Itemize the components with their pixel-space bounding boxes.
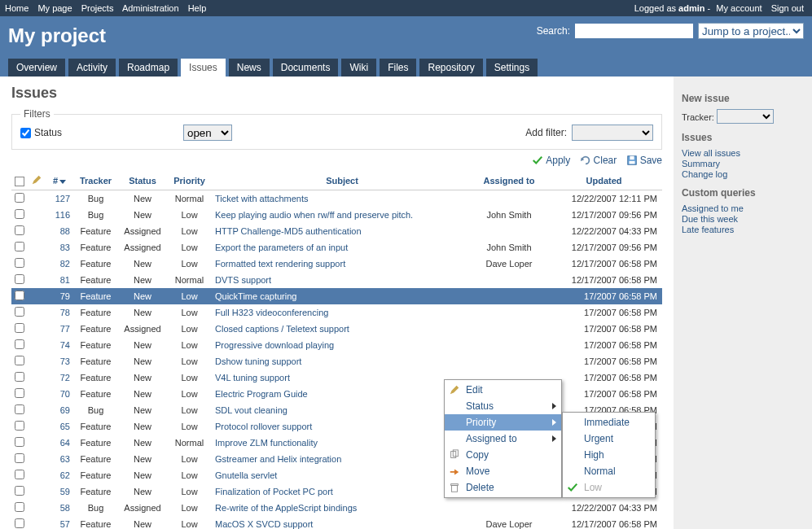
row-checkbox[interactable] (15, 404, 24, 414)
nav-help[interactable]: Help (188, 3, 207, 13)
cell-subject[interactable]: DVTS support (212, 272, 472, 288)
cell-id[interactable]: 82 (46, 256, 73, 272)
col-tracker[interactable]: Tracker (73, 172, 118, 190)
link-summary[interactable]: Summary (682, 159, 804, 168)
table-row[interactable]: 77FeatureAssignedLowClosed captions / Te… (11, 321, 662, 337)
tab-files[interactable]: Files (380, 59, 416, 77)
cell-subject[interactable]: Closed captions / Teletext support (212, 321, 472, 337)
sign-out-link[interactable]: Sign out (771, 3, 804, 13)
tab-activity[interactable]: Activity (68, 59, 116, 77)
cell-id[interactable]: 79 (46, 288, 73, 304)
context-submenu-priority[interactable]: Immediate Urgent High Normal Low (562, 412, 656, 498)
save-button[interactable]: Save (626, 155, 662, 166)
tab-wiki[interactable]: Wiki (341, 59, 376, 77)
priority-high[interactable]: High (563, 447, 655, 463)
tab-repository[interactable]: Repository (419, 59, 482, 77)
table-row[interactable]: 79FeatureNewLowQuickTime capturing17/200… (11, 288, 662, 304)
context-menu[interactable]: Edit Status Priority Assigned to Copy Mo… (444, 379, 562, 498)
table-row[interactable]: 74FeatureNewLowProgressive download play… (11, 337, 662, 353)
table-row[interactable]: 116BugNewLowKeep playing audio when rw/f… (11, 207, 662, 223)
row-checkbox[interactable] (15, 242, 24, 251)
link-late-features[interactable]: Late features (682, 225, 804, 234)
ctx-status[interactable]: Status (445, 398, 561, 414)
cell-subject[interactable]: SDL vout cleaning (212, 402, 472, 418)
cell-id[interactable]: 73 (46, 353, 73, 369)
row-checkbox[interactable] (15, 453, 24, 463)
cell-id[interactable]: 62 (46, 467, 73, 483)
add-filter-select[interactable] (572, 125, 653, 141)
priority-low[interactable]: Low (563, 479, 655, 496)
cell-subject[interactable]: Protocol rollover support (212, 418, 472, 435)
col-priority[interactable]: Priority (167, 172, 212, 190)
cell-subject[interactable]: Gstreamer and Helix integration (212, 451, 472, 467)
tab-roadmap[interactable]: Roadmap (119, 59, 178, 77)
cell-id[interactable]: 70 (46, 386, 73, 402)
table-row[interactable]: 57FeatureNewLowMacOS X SVCD supportDave … (11, 516, 662, 529)
row-checkbox[interactable] (15, 518, 24, 528)
row-checkbox[interactable] (15, 274, 24, 284)
link-assigned-to-me[interactable]: Assigned to me (682, 203, 804, 213)
table-row[interactable]: 127BugNewNormalTicket with attachments12… (11, 190, 662, 208)
tracker-select[interactable] (717, 109, 774, 124)
table-row[interactable]: 83FeatureAssignedLowExport the parameter… (11, 239, 662, 256)
table-row[interactable]: 78FeatureNewLowFull H323 videoconferenci… (11, 304, 662, 321)
row-checkbox[interactable] (15, 225, 24, 235)
cell-subject[interactable]: HTTP Challenge-MD5 authentication (212, 223, 472, 239)
nav-mypage[interactable]: My page (37, 3, 72, 13)
row-checkbox[interactable] (15, 372, 24, 382)
table-row[interactable]: 73FeatureNewLowDshow tuning support17/20… (11, 353, 662, 369)
table-row[interactable]: 81FeatureNewNormalDVTS support12/17/2007… (11, 272, 662, 288)
link-changelog[interactable]: Change log (682, 169, 804, 179)
col-status[interactable]: Status (118, 172, 167, 190)
my-account-link[interactable]: My account (716, 3, 762, 13)
table-row[interactable]: 72FeatureNewLowV4L tuning support17/2007… (11, 369, 662, 386)
priority-immediate[interactable]: Immediate (563, 414, 655, 431)
link-due-this-week[interactable]: Due this week (682, 214, 804, 224)
select-all-checkbox[interactable] (15, 177, 24, 186)
row-checkbox[interactable] (15, 437, 24, 447)
cell-subject[interactable]: Dshow tuning support (212, 353, 472, 369)
row-checkbox[interactable] (15, 486, 24, 496)
priority-urgent[interactable]: Urgent (563, 431, 655, 447)
cell-id[interactable]: 77 (46, 321, 73, 337)
tab-news[interactable]: News (229, 59, 270, 77)
cell-subject[interactable]: Re-write of the AppleScript bindings (212, 500, 472, 516)
ctx-assigned[interactable]: Assigned to (445, 431, 561, 447)
table-row[interactable]: 70FeatureNewLowElectric Program Guide17/… (11, 386, 662, 402)
cell-subject[interactable]: Keep playing audio when rw/ff and preser… (212, 207, 472, 223)
cell-subject[interactable]: QuickTime capturing (212, 288, 472, 304)
apply-button[interactable]: Apply (532, 155, 570, 166)
nav-home[interactable]: Home (5, 3, 29, 13)
tab-overview[interactable]: Overview (8, 59, 65, 77)
col-updated[interactable]: Updated (546, 172, 662, 190)
ctx-edit[interactable]: Edit (445, 382, 561, 398)
cell-id[interactable]: 59 (46, 483, 73, 500)
cell-id[interactable]: 74 (46, 337, 73, 353)
cell-subject[interactable]: Ticket with attachments (212, 190, 472, 208)
table-row[interactable]: 58BugAssignedLowRe-write of the AppleScr… (11, 500, 662, 516)
search-input[interactable] (575, 24, 693, 38)
filter-status-select[interactable]: open (183, 125, 232, 141)
table-row[interactable]: 88FeatureAssignedLowHTTP Challenge-MD5 a… (11, 223, 662, 239)
cell-id[interactable]: 88 (46, 223, 73, 239)
cell-subject[interactable]: MacOS X SVCD support (212, 516, 472, 529)
row-checkbox[interactable] (15, 339, 24, 349)
row-checkbox[interactable] (15, 470, 24, 479)
tab-settings[interactable]: Settings (486, 59, 538, 77)
cell-subject[interactable]: Finalization of Pocket PC port (212, 483, 472, 500)
ctx-priority[interactable]: Priority (445, 414, 561, 431)
cell-id[interactable]: 69 (46, 402, 73, 418)
tab-documents[interactable]: Documents (273, 59, 339, 77)
row-checkbox[interactable] (15, 421, 24, 431)
filter-status-checkbox[interactable] (20, 128, 31, 138)
table-row[interactable]: 82FeatureNewLowFormatted text rendering … (11, 256, 662, 272)
clear-button[interactable]: Clear (580, 155, 617, 166)
cell-id[interactable]: 64 (46, 435, 73, 451)
col-assigned[interactable]: Assigned to (472, 172, 546, 190)
cell-id[interactable]: 58 (46, 500, 73, 516)
cell-id[interactable]: 127 (46, 190, 73, 208)
cell-subject[interactable]: Export the parameters of an input (212, 239, 472, 256)
priority-normal[interactable]: Normal (563, 463, 655, 479)
row-checkbox[interactable] (15, 356, 24, 365)
ctx-copy[interactable]: Copy (445, 447, 561, 463)
